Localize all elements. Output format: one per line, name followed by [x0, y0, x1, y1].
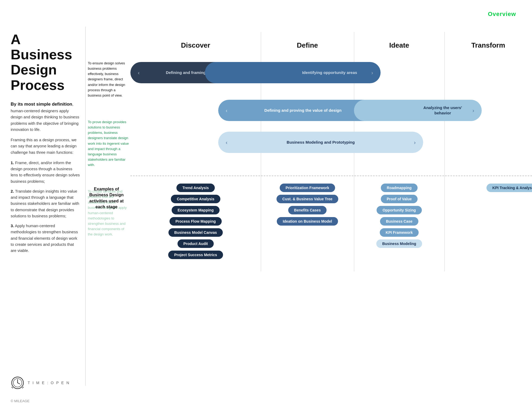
function-3: 3. Apply human-centered methodologies to…: [11, 223, 80, 254]
dashed-separator: [130, 176, 532, 176]
tag-biz-modeling: Business Modeling: [376, 239, 422, 248]
transform-tags: KPI Tracking & Analysis: [444, 184, 532, 192]
tag-opp-sizing: Opportunity Sizing: [377, 206, 422, 214]
tag-process-flow: Process Flow Mapping: [170, 217, 222, 226]
function-2: 2. Translate design insights into value …: [11, 188, 80, 219]
svg-line-5: [22, 387, 23, 388]
chevron-right-3: ›: [414, 139, 416, 146]
pill-row-3: ‹ Business Modeling and Prototyping ›: [130, 130, 532, 154]
pill-row-1: ‹ Defining and framing the problem Ident…: [130, 61, 532, 85]
tag-business-case: Business Case: [380, 217, 418, 226]
define-tags: Prioritization Framework Cust. & Busines…: [261, 184, 354, 226]
left-sidebar: A BusinessDesignProcess By its most simp…: [11, 32, 80, 257]
tag-cust-value: Cust. & Business Value Tree: [277, 195, 338, 203]
chevron-left-2: ‹: [226, 107, 228, 114]
tag-competitive: Competitive Analysis: [171, 195, 220, 203]
pill-analyzing-text: Analyzing the users' behavior: [416, 105, 470, 116]
svg-line-3: [18, 383, 20, 384]
col-header-discover: Discover: [130, 41, 261, 49]
discover-tags: Trend Analysis Competitive Analysis Ecos…: [130, 184, 261, 259]
tag-trend: Trend Analysis: [176, 184, 215, 192]
tag-ecosystem: Ecosystem Mapping: [172, 206, 219, 214]
function-3-text: Apply human-centered methodologies to st…: [11, 223, 78, 253]
time-badge: T I M E : O P E N: [11, 376, 70, 390]
tag-roadmapping: Roadmapping: [381, 184, 417, 192]
column-headers: Discover Define Ideate Transform: [130, 41, 532, 49]
tag-product-audit: Product Audit: [178, 239, 214, 248]
tag-prioritization: Prioritization Framework: [280, 184, 335, 192]
pill-row-2: ‹ Defining and proving the value of desi…: [130, 98, 532, 122]
pill-modeling: ‹ Business Modeling and Prototyping ›: [218, 132, 423, 153]
col-header-ideate: Ideate: [354, 41, 444, 49]
desc-area: To ensure design solves business problem…: [88, 61, 129, 237]
time-text: T I M E : O P E N: [28, 381, 70, 385]
pill-modeling-text: Business Modeling and Prototyping: [230, 140, 411, 145]
chevron-right-2: ›: [472, 107, 474, 114]
tag-benefits: Benefits Cases: [288, 206, 327, 214]
tag-kpi-framework: KPI Framework: [380, 228, 419, 237]
pill-identifying: Identifying opportunity areas ›: [205, 62, 381, 83]
function-1-text: Frame, direct, and/or inform the design …: [11, 160, 80, 184]
footer-mileage: © MILEAGE: [11, 399, 30, 403]
tag-bmc: Business Model Canvas: [168, 228, 223, 237]
function-1: 1. Frame, direct, and/or inform the desi…: [11, 160, 80, 184]
intro-paragraph: By its most simple definition, human-cen…: [11, 101, 80, 132]
chevron-left-1: ‹: [138, 70, 140, 76]
chevron-right-1: ›: [371, 70, 373, 76]
col-header-define: Define: [261, 41, 354, 49]
tag-ideation: Ideation on Business Model: [277, 217, 338, 226]
chevron-left-3: ‹: [226, 139, 228, 146]
ideate-tags: Roadmapping Proof of Value Opportunity S…: [354, 184, 444, 248]
pill-identifying-text: Identifying opportunity areas: [291, 70, 369, 75]
main-title: A BusinessDesignProcess: [11, 32, 80, 93]
main-content: Discover Define Ideate Transform To ensu…: [85, 0, 532, 411]
function-2-text: Translate design insights into value and…: [11, 189, 79, 218]
intro-bold: By its most simple definition: [11, 102, 72, 107]
examples-label: Examples of Business Design activities u…: [85, 186, 128, 210]
tag-proof-value: Proof of Value: [381, 195, 418, 203]
tag-project-success: Project Success Metrics: [168, 251, 223, 259]
pill-analyzing: Analyzing the users' behavior ›: [354, 100, 482, 121]
function-3-num: 3.: [11, 223, 14, 228]
function-2-num: 2.: [11, 189, 14, 193]
tag-kpi-tracking: KPI Tracking & Analysis: [486, 184, 532, 192]
desc-2: To prove design provides solutions to bu…: [88, 119, 129, 168]
desc-1: To ensure design solves business problem…: [88, 61, 129, 98]
framing-text: Framing this as a design process, we can…: [11, 137, 80, 155]
col-header-transform: Transform: [444, 41, 532, 49]
svg-line-4: [12, 387, 13, 388]
function-1-num: 1.: [11, 160, 14, 165]
clock-icon: [11, 376, 24, 390]
